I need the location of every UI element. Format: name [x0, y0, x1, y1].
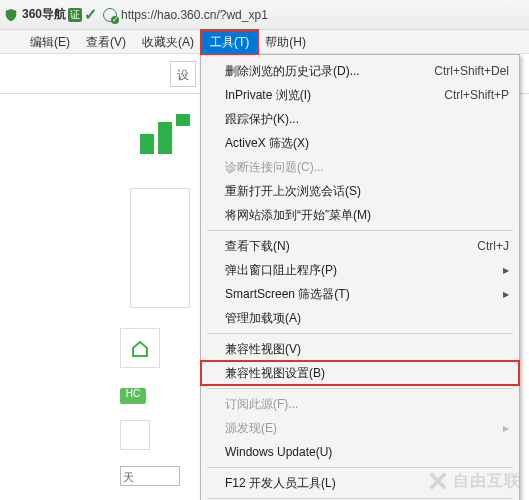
check-icon: ✓ — [84, 5, 97, 24]
menu-item-label: 跟踪保护(K)... — [225, 111, 509, 128]
tab-title: 360导航 — [22, 6, 66, 23]
logo-fragment — [140, 114, 190, 154]
menu-item[interactable]: 删除浏览的历史记录(D)...Ctrl+Shift+Del — [201, 59, 519, 83]
hot-tag: HC — [120, 388, 146, 404]
menu-item[interactable]: 查看下载(N)Ctrl+J — [201, 234, 519, 258]
menu-item-label: SmartScreen 筛选器(T) — [225, 286, 503, 303]
menu-item: 订阅此源(F)... — [201, 392, 519, 416]
submenu-arrow-icon: ▶ — [503, 424, 509, 433]
menu-item: 诊断连接问题(C)... — [201, 155, 519, 179]
menu-separator — [207, 333, 513, 334]
settings-tile[interactable]: 设 — [170, 61, 196, 87]
menu-help[interactable]: 帮助(H) — [257, 31, 314, 53]
menu-item[interactable]: 弹出窗口阻止程序(P)▶ — [201, 258, 519, 282]
menu-item-label: 将网站添加到“开始”菜单(M) — [225, 207, 509, 224]
menu-item-label: 诊断连接问题(C)... — [225, 159, 509, 176]
menu-favorites[interactable]: 收藏夹(A) — [134, 31, 202, 53]
menu-item[interactable]: 兼容性视图(V) — [201, 337, 519, 361]
menu-separator — [207, 388, 513, 389]
title-bar: 360导航 证 ✓ https://hao.360.cn/?wd_xp1 — [0, 0, 529, 30]
menu-item-label: 订阅此源(F)... — [225, 396, 509, 413]
menu-item[interactable]: SmartScreen 筛选器(T)▶ — [201, 282, 519, 306]
svg-rect-1 — [158, 122, 172, 154]
menu-item-label: InPrivate 浏览(I) — [225, 87, 444, 104]
menu-edit[interactable]: 编辑(E) — [22, 31, 78, 53]
address-url[interactable]: https://hao.360.cn/?wd_xp1 — [121, 8, 268, 22]
menu-item-label: 源发现(E) — [225, 420, 503, 437]
menu-tools[interactable]: 工具(T) — [202, 31, 257, 53]
watermark: 自由互联 — [427, 470, 521, 492]
svg-rect-0 — [140, 134, 154, 154]
menu-item-label: ActiveX 筛选(X) — [225, 135, 509, 152]
menu-item-shortcut: Ctrl+Shift+Del — [434, 64, 509, 78]
menu-item-label: 查看下载(N) — [225, 238, 477, 255]
menu-item[interactable]: 管理加载项(A) — [201, 306, 519, 330]
menu-item-label: 管理加载项(A) — [225, 310, 509, 327]
watermark-text: 自由互联 — [453, 471, 521, 492]
menu-item[interactable]: ActiveX 筛选(X) — [201, 131, 519, 155]
small-tile[interactable] — [120, 420, 150, 450]
tools-dropdown: 删除浏览的历史记录(D)...Ctrl+Shift+DelInPrivate 浏… — [200, 54, 520, 500]
submenu-arrow-icon: ▶ — [503, 290, 509, 299]
home-tile[interactable] — [120, 328, 160, 368]
menu-item[interactable]: 跟踪保护(K)... — [201, 107, 519, 131]
menu-separator — [207, 467, 513, 468]
menu-item[interactable]: 重新打开上次浏览会话(S) — [201, 179, 519, 203]
menu-separator — [207, 230, 513, 231]
menu-view[interactable]: 查看(V) — [78, 31, 134, 53]
menu-item-label: Windows Update(U) — [225, 445, 509, 459]
menu-item-shortcut: Ctrl+J — [477, 239, 509, 253]
menu-item-label: 弹出窗口阻止程序(P) — [225, 262, 503, 279]
menu-item[interactable]: InPrivate 浏览(I)Ctrl+Shift+P — [201, 83, 519, 107]
svg-rect-2 — [176, 114, 190, 126]
menu-item-label: 重新打开上次浏览会话(S) — [225, 183, 509, 200]
menu-item-label: 删除浏览的历史记录(D)... — [225, 63, 434, 80]
shield-icon — [4, 8, 18, 22]
menu-item-label: 兼容性视图设置(B) — [225, 365, 509, 382]
submenu-arrow-icon: ▶ — [503, 266, 509, 275]
menu-item[interactable]: Windows Update(U) — [201, 440, 519, 464]
globe-icon — [103, 8, 117, 22]
menu-item[interactable]: 兼容性视图设置(B) — [201, 361, 519, 385]
home-icon — [130, 338, 150, 358]
cert-badge: 证 — [68, 8, 82, 22]
menu-item-label: 兼容性视图(V) — [225, 341, 509, 358]
menu-separator — [207, 498, 513, 499]
menu-item[interactable]: 将网站添加到“开始”菜单(M) — [201, 203, 519, 227]
menu-bar: 编辑(E) 查看(V) 收藏夹(A) 工具(T) 帮助(H) — [0, 30, 529, 54]
x-icon — [427, 470, 449, 492]
menu-item-shortcut: Ctrl+Shift+P — [444, 88, 509, 102]
content-card — [130, 188, 190, 308]
menu-item: 源发现(E)▶ — [201, 416, 519, 440]
page-sidebar: HC 天 — [0, 94, 190, 500]
search-input-fragment[interactable]: 天 — [120, 466, 180, 486]
